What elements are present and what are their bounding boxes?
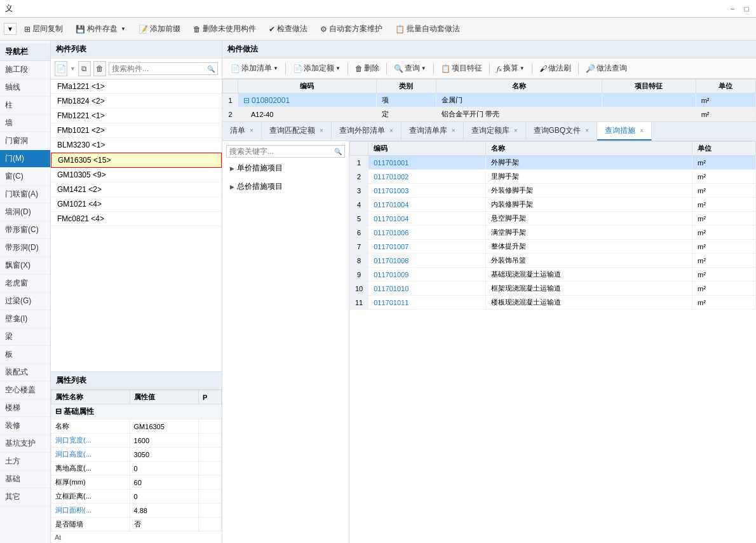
- method-row-1[interactable]: 1 ⊟ 010802001 项 金属门 m²: [223, 93, 756, 107]
- result-row-9[interactable]: 9 011701009 基础现浇混凝土运输道 m²: [350, 268, 756, 282]
- prop-row-height: 洞口高度(... 3050: [51, 448, 222, 462]
- app-title: 义: [5, 3, 13, 14]
- toolbar-btn-del-unused[interactable]: 🗑 删除未使用构件: [188, 22, 261, 36]
- result-row-10[interactable]: 10 011701010 框架现浇混凝土运输道 m²: [350, 282, 756, 296]
- prop-row-name: 名称 GM16305: [51, 420, 222, 434]
- tab-close-quota-lib[interactable]: ×: [514, 127, 518, 134]
- sidebar-item-strip-window[interactable]: 带形窗(C): [0, 221, 50, 239]
- maximize-btn[interactable]: □: [742, 4, 751, 13]
- method-row-2[interactable]: 2 A12-40 定 铝合金平开门 带壳 m²: [223, 107, 756, 121]
- col-unit: 单位: [696, 79, 755, 93]
- comp-save-icon: 💾: [76, 25, 85, 34]
- component-list: FMa1221 <1> FMb1824 <2> FMb1221 <1> FMb1…: [51, 79, 222, 371]
- comp-item-gm10305[interactable]: GM10305 <9>: [51, 168, 222, 182]
- method-brush-btn[interactable]: 🖌 做法刷: [535, 61, 576, 76]
- tab-close-measures[interactable]: ×: [640, 127, 644, 134]
- comp-search-input[interactable]: [112, 64, 207, 73]
- toolbar-btn-comp-save[interactable]: 💾 构件存盘 ▼: [71, 22, 131, 36]
- tab-close-list-lib[interactable]: ×: [452, 127, 456, 134]
- comp-item-fma1221[interactable]: FMa1221 <1>: [51, 79, 222, 94]
- sidebar-item-earthwork[interactable]: 土方: [0, 453, 50, 471]
- sidebar-item-dormer[interactable]: 老虎窗: [0, 275, 50, 292]
- sidebar-item-other[interactable]: 其它: [0, 488, 50, 506]
- tab-close-gbq[interactable]: ×: [585, 127, 589, 134]
- result-row-8[interactable]: 8 011701008 外装饰吊篮 m²: [350, 254, 756, 268]
- result-row-5[interactable]: 5 011701004 悬空脚手架 m²: [350, 212, 756, 226]
- result-row-4[interactable]: 4 011701004 内装修脚手架 m²: [350, 198, 756, 212]
- sidebar-item-stair[interactable]: 楼梯: [0, 399, 50, 417]
- result-row-3[interactable]: 3 011701003 外装修脚手架 m²: [350, 184, 756, 198]
- bottom-search-input[interactable]: [229, 147, 334, 156]
- sidebar-item-niche[interactable]: 壁龛(I): [0, 310, 50, 328]
- result-row-11[interactable]: 11 011701011 楼板现浇混凝土运输道 m²: [350, 296, 756, 310]
- sidebar-item-lintel[interactable]: 过梁(G): [0, 292, 50, 310]
- tab-list[interactable]: 清单 ×: [222, 122, 262, 141]
- sidebar-item-foundation[interactable]: 基础: [0, 471, 50, 488]
- add-quota-btn[interactable]: 📄 添加定额 ▼: [288, 61, 345, 76]
- tab-match-quota[interactable]: 查询匹配定额 ×: [262, 122, 332, 141]
- tab-list-lib[interactable]: 查询清单库 ×: [402, 122, 464, 141]
- query-icon: 🔍: [394, 64, 403, 73]
- sidebar-item-beam[interactable]: 梁: [0, 328, 50, 346]
- tab-close-list[interactable]: ×: [250, 127, 253, 134]
- result-row-6[interactable]: 6 011701006 满堂脚手架 m²: [350, 226, 756, 240]
- comp-item-blm3230[interactable]: BLM3230 <1>: [51, 138, 222, 153]
- result-row-7[interactable]: 7 011701007 整体提升架 m²: [350, 240, 756, 254]
- item-feature-btn[interactable]: 📋 项目特征: [436, 61, 487, 76]
- del-method-icon: 🗑: [355, 64, 363, 73]
- tab-gbq[interactable]: 查询GBQ文件 ×: [526, 122, 598, 141]
- sidebar-item-strip-hole[interactable]: 带形洞(D): [0, 239, 50, 257]
- comp-item-fmb1824[interactable]: FMb1824 <2>: [51, 94, 222, 109]
- result-row-2[interactable]: 2 011701002 里脚手架 m²: [350, 170, 756, 184]
- minimize-btn[interactable]: −: [728, 4, 737, 13]
- toolbar-btn-layer-copy[interactable]: ⊞ 层间复制: [19, 22, 68, 36]
- sidebar-item-window-c[interactable]: 窗(C): [0, 168, 50, 186]
- method-sep1: [285, 63, 286, 74]
- method-query-btn[interactable]: 🔎 做法查询: [581, 61, 631, 76]
- toolbar-btn-check-method[interactable]: ✔ 检查做法: [264, 22, 313, 36]
- comp-item-gm16305[interactable]: GM16305 <15>: [51, 153, 222, 168]
- sidebar-item-construction[interactable]: 施工段: [0, 61, 50, 79]
- tree-item-single-price[interactable]: ▶ 单价措施项目: [226, 160, 345, 176]
- sidebar-item-hollow[interactable]: 空心楼盖: [0, 381, 50, 399]
- sidebar-item-door-window[interactable]: 门联窗(A): [0, 186, 50, 203]
- tab-ext-list[interactable]: 查询外部清单 ×: [332, 122, 402, 141]
- sidebar-item-bay-window[interactable]: 飘窗(X): [0, 257, 50, 275]
- sidebar-item-wall[interactable]: 墙: [0, 114, 50, 132]
- add-list-btn[interactable]: 📄 添加清单 ▼: [226, 61, 283, 76]
- sidebar-item-wall-hole[interactable]: 墙洞(D): [0, 203, 50, 221]
- query-btn[interactable]: 🔍 查询 ▼: [389, 61, 431, 76]
- del-method-btn[interactable]: 🗑 删除: [351, 61, 384, 76]
- tab-close-ext-list[interactable]: ×: [389, 127, 393, 134]
- tab-close-match[interactable]: ×: [320, 127, 323, 134]
- bottom-search-icon: 🔍: [334, 148, 342, 155]
- sidebar-item-decor[interactable]: 装修: [0, 417, 50, 435]
- toolbar-btn-auto-scheme[interactable]: ⚙ 自动套方案维护: [315, 22, 388, 36]
- comp-item-gm1421[interactable]: GM1421 <2>: [51, 182, 222, 197]
- tree-item-total-price[interactable]: ▶ 总价措施项目: [226, 179, 345, 195]
- method-query-icon: 🔎: [586, 64, 595, 73]
- comp-item-fmc0821[interactable]: FMc0821 <4>: [51, 212, 222, 226]
- toolbar-btn-batch-auto[interactable]: 📋 批量自动套做法: [390, 22, 465, 36]
- new-comp-btn[interactable]: 📄: [55, 61, 67, 76]
- tab-quota-lib[interactable]: 查询定额库 ×: [464, 122, 526, 141]
- sidebar-item-opening[interactable]: 门窗洞: [0, 132, 50, 150]
- copy-comp-btn[interactable]: ⧉: [78, 61, 91, 76]
- sidebar-item-column[interactable]: 柱: [0, 97, 50, 114]
- sidebar-item-slab[interactable]: 板: [0, 346, 50, 364]
- toolbar-btn-add-prefix[interactable]: 📝 添加前缀: [133, 22, 186, 36]
- sidebar-item-axis[interactable]: 轴线: [0, 79, 50, 97]
- method-sep5: [489, 63, 490, 74]
- del-comp-btn[interactable]: 🗑: [93, 61, 106, 76]
- calc-btn[interactable]: 𝑓ₓ 换算 ▼: [492, 61, 529, 76]
- sidebar-item-prefab[interactable]: 装配式: [0, 364, 50, 381]
- comp-item-fmb1021[interactable]: FMb1021 <2>: [51, 123, 222, 138]
- comp-item-gm1021[interactable]: GM1021 <4>: [51, 197, 222, 212]
- add-list-icon: 📄: [231, 64, 240, 73]
- sidebar-item-door-m[interactable]: 门(M): [0, 150, 50, 168]
- comp-item-fmb1221[interactable]: FMb1221 <1>: [51, 109, 222, 123]
- toolbar-dropdown[interactable]: ▼: [4, 23, 17, 35]
- result-row-1[interactable]: 1 011701001 外脚手架 m²: [350, 156, 756, 170]
- tab-measures[interactable]: 查询措施 ×: [597, 122, 652, 141]
- sidebar-item-pit[interactable]: 基坑支护: [0, 435, 50, 453]
